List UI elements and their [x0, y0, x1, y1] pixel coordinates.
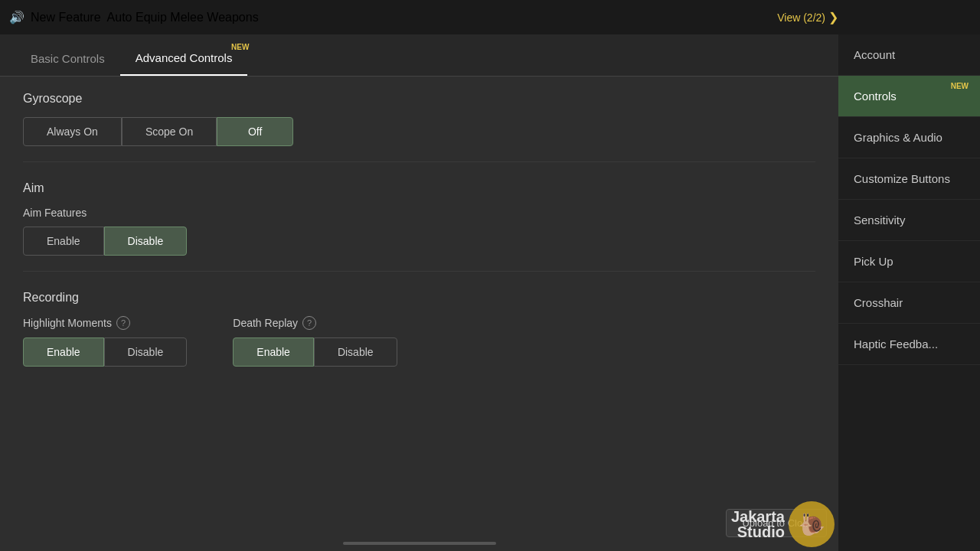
- death-replay-btn-group: Enable Disable: [233, 337, 397, 367]
- feature-description: Auto Equip Melee Weapons: [107, 11, 259, 24]
- highlight-moments-label: Highlight Moments ?: [23, 316, 187, 330]
- watermark-line1: Jakarta: [731, 509, 785, 524]
- sidebar-account-label: Account: [854, 48, 895, 61]
- tab-advanced-label: Advanced Controls: [136, 51, 233, 64]
- aim-disable-btn[interactable]: Disable: [104, 227, 188, 256]
- watermark-icon: 🐌: [789, 501, 835, 547]
- view-counter[interactable]: View (2/2) ❯: [777, 10, 838, 24]
- highlight-disable-btn[interactable]: Disable: [104, 337, 188, 367]
- aim-features-label: Aim Features: [23, 207, 815, 219]
- speaker-icon: 🔊: [9, 10, 24, 24]
- sidebar-item-sensitivity[interactable]: Sensitivity: [838, 200, 980, 241]
- sidebar-item-pick-up[interactable]: Pick Up: [838, 241, 980, 282]
- sidebar-haptic-label: Haptic Feedba...: [854, 337, 938, 350]
- sidebar-item-crosshair[interactable]: Crosshair: [838, 282, 980, 324]
- highlight-enable-btn[interactable]: Enable: [23, 337, 104, 367]
- sidebar-graphics-label: Graphics & Audio: [854, 131, 942, 144]
- tabs-bar: Basic Controls Advanced Controls NEW: [0, 34, 838, 77]
- view-label: View (2/2): [777, 11, 825, 24]
- settings-content: Gyroscope Always On Scope On Off Aim Aim…: [0, 77, 838, 551]
- tab-basic-label: Basic Controls: [31, 52, 105, 65]
- gyroscope-off-btn[interactable]: Off: [217, 117, 293, 146]
- scroll-indicator: [343, 542, 496, 545]
- watermark: Jakarta Studio 🐌: [731, 501, 835, 547]
- sidebar: Settings ✕ Account NEW Controls Graphics…: [838, 0, 980, 551]
- sidebar-controls-new-badge: NEW: [951, 82, 969, 90]
- watermark-line2: Studio: [737, 524, 785, 540]
- view-chevron-icon[interactable]: ❯: [828, 10, 838, 24]
- death-replay-col: Death Replay ? Enable Disable: [233, 316, 397, 367]
- gyroscope-title: Gyroscope: [23, 92, 815, 106]
- sidebar-menu: Account NEW Controls Graphics & Audio Cu…: [838, 34, 980, 551]
- sidebar-item-controls[interactable]: NEW Controls: [838, 76, 980, 117]
- death-replay-disable-btn[interactable]: Disable: [314, 337, 397, 367]
- recording-section: Recording Highlight Moments ? Enable Dis…: [23, 291, 815, 382]
- aim-section: Aim Aim Features Enable Disable: [23, 181, 815, 272]
- gyroscope-section: Gyroscope Always On Scope On Off: [23, 92, 815, 162]
- sidebar-item-haptic-feedback[interactable]: Haptic Feedba...: [838, 324, 980, 365]
- death-replay-text: Death Replay: [233, 317, 298, 329]
- highlight-moments-help-icon[interactable]: ?: [116, 316, 130, 330]
- highlight-moments-btn-group: Enable Disable: [23, 337, 187, 367]
- highlight-moments-text: Highlight Moments: [23, 317, 112, 329]
- sidebar-item-account[interactable]: Account: [838, 34, 980, 76]
- death-replay-enable-btn[interactable]: Enable: [233, 337, 314, 367]
- tab-advanced-new-badge: NEW: [231, 43, 249, 51]
- sidebar-pickup-label: Pick Up: [854, 255, 893, 268]
- tab-advanced-controls[interactable]: Advanced Controls NEW: [120, 41, 248, 76]
- main-content: Basic Controls Advanced Controls NEW Gyr…: [0, 34, 838, 551]
- aim-title: Aim: [23, 181, 815, 195]
- new-feature-label: New Feature: [31, 11, 101, 24]
- sidebar-controls-label: Controls: [854, 90, 897, 103]
- tab-basic-controls[interactable]: Basic Controls: [15, 41, 120, 76]
- aim-btn-group: Enable Disable: [23, 227, 815, 256]
- recording-row: Highlight Moments ? Enable Disable Death…: [23, 316, 815, 367]
- sidebar-item-graphics-audio[interactable]: Graphics & Audio: [838, 117, 980, 158]
- highlight-moments-col: Highlight Moments ? Enable Disable: [23, 316, 187, 367]
- sidebar-crosshair-label: Crosshair: [854, 296, 903, 309]
- death-replay-help-icon[interactable]: ?: [302, 316, 316, 330]
- gyroscope-always-on-btn[interactable]: Always On: [23, 117, 122, 146]
- gyroscope-scope-on-btn[interactable]: Scope On: [122, 117, 217, 146]
- death-replay-label: Death Replay ?: [233, 316, 397, 330]
- recording-title: Recording: [23, 291, 815, 305]
- gyroscope-btn-group: Always On Scope On Off: [23, 117, 815, 146]
- sidebar-sensitivity-label: Sensitivity: [854, 214, 906, 227]
- aim-enable-btn[interactable]: Enable: [23, 227, 104, 256]
- sidebar-item-customize-buttons[interactable]: Customize Buttons: [838, 158, 980, 200]
- sidebar-customize-label: Customize Buttons: [854, 172, 950, 185]
- top-bar: 🔊 New Feature Auto Equip Melee Weapons V…: [0, 0, 980, 34]
